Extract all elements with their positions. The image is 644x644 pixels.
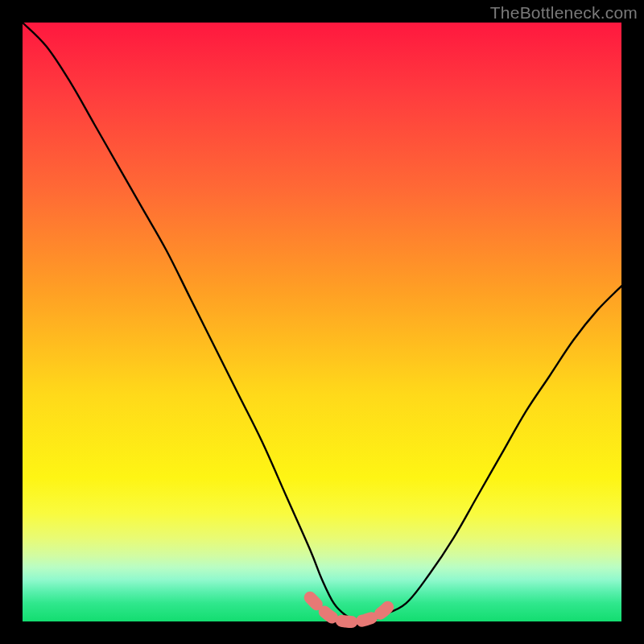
bottleneck-trough-markers [310,597,394,621]
bottleneck-curve [23,23,621,622]
bottleneck-curve-svg [23,23,621,621]
watermark-text: TheBottleneck.com [490,3,638,23]
chart-frame: TheBottleneck.com [0,0,644,644]
plot-area [23,23,621,621]
